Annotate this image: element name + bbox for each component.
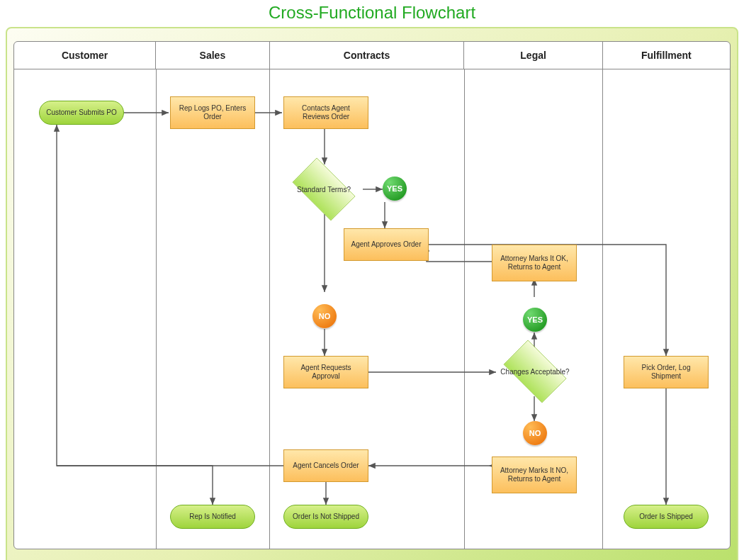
process-attorney-no: Attorney Marks It NO, Returns to Agent <box>492 457 577 493</box>
swimlanes: Customer Sales Contracts Legal Fulfillme… <box>13 41 731 549</box>
badge-yes-changes: YES <box>523 308 547 332</box>
lane-sales: Sales <box>156 42 269 69</box>
terminal-rep-notified: Rep Is Notified <box>170 505 255 529</box>
process-agent-approves: Agent Approves Order <box>344 228 429 261</box>
badge-no-changes: NO <box>523 421 547 445</box>
process-pick-order: Pick Order, Log Shipment <box>624 356 709 388</box>
lane-fulfillment: Fulfillment <box>603 42 730 69</box>
terminal-customer-submits: Customer Submits PO <box>39 101 124 125</box>
process-agent-cancels: Agent Cancels Order <box>283 449 368 482</box>
lane-legal: Legal <box>464 42 602 69</box>
decision-standard-terms: Standard Terms? <box>285 164 363 214</box>
chart-title: Cross-Functional Flowchart <box>0 3 744 23</box>
badge-no-standard: NO <box>312 304 337 328</box>
lane-customer: Customer <box>14 42 156 69</box>
decision-changes-acceptable: Changes Acceptable? <box>496 347 574 396</box>
lane-headers: Customer Sales Contracts Legal Fulfillme… <box>14 42 730 69</box>
lane-contracts: Contracts <box>270 42 465 69</box>
connectors <box>14 69 730 549</box>
process-attorney-ok: Attorney Marks It OK, Returns to Agent <box>492 245 577 281</box>
process-agent-requests: Agent Requests Approval <box>283 356 368 388</box>
terminal-not-shipped: Order Is Not Shipped <box>283 505 368 529</box>
process-rep-logs: Rep Logs PO, Enters Order <box>170 96 255 129</box>
process-agent-reviews: Contacts Agent Reviews Order <box>283 96 368 129</box>
terminal-shipped: Order Is Shipped <box>624 505 709 529</box>
badge-yes-standard: YES <box>383 177 407 201</box>
flowchart-frame: Customer Sales Contracts Legal Fulfillme… <box>6 27 738 560</box>
